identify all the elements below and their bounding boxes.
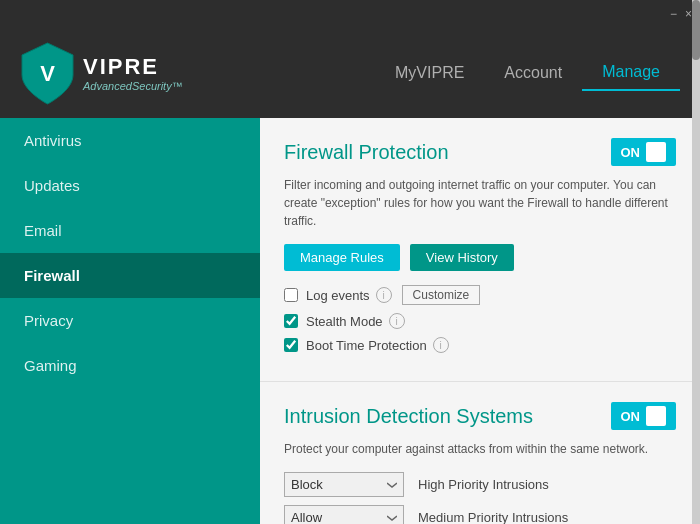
medium-priority-label: Medium Priority Intrusions: [418, 510, 568, 524]
firewall-btn-row: Manage Rules View History: [284, 244, 676, 271]
stealth-mode-info-icon[interactable]: i: [389, 313, 405, 329]
stealth-mode-row: Stealth Mode i: [284, 313, 676, 329]
boot-time-info-icon[interactable]: i: [433, 337, 449, 353]
boot-time-protection-row: Boot Time Protection i: [284, 337, 676, 353]
minimize-button[interactable]: −: [670, 7, 677, 21]
content-area: Firewall Protection ON Filter incoming a…: [260, 118, 700, 524]
firewall-toggle-slider: [646, 142, 666, 162]
header: V VIPRE AdvancedSecurity™ MyVIPRE Accoun…: [0, 28, 700, 118]
intrusion-row-high: Block Allow Ignore High Priority Intrusi…: [284, 472, 676, 497]
main-container: Antivirus Updates Email Firewall Privacy…: [0, 118, 700, 524]
scrollbar[interactable]: [692, 0, 700, 524]
log-events-label: Log events: [306, 288, 370, 303]
firewall-toggle[interactable]: ON: [611, 138, 677, 166]
sidebar: Antivirus Updates Email Firewall Privacy…: [0, 118, 260, 524]
high-priority-label: High Priority Intrusions: [418, 477, 549, 492]
nav-manage[interactable]: Manage: [582, 55, 680, 91]
high-priority-select[interactable]: Block Allow Ignore: [284, 472, 404, 497]
boot-time-checkbox[interactable]: [284, 338, 298, 352]
sidebar-item-updates[interactable]: Updates: [0, 163, 260, 208]
main-nav: MyVIPRE Account Manage: [375, 55, 680, 91]
firewall-section: Firewall Protection ON Filter incoming a…: [260, 118, 700, 382]
logo-area: V VIPRE AdvancedSecurity™: [20, 41, 280, 106]
scrollbar-thumb[interactable]: [692, 0, 700, 60]
title-bar: − ×: [0, 0, 700, 28]
intrusion-row-medium: Block Allow Ignore Medium Priority Intru…: [284, 505, 676, 524]
sidebar-item-email[interactable]: Email: [0, 208, 260, 253]
log-events-checkbox[interactable]: [284, 288, 298, 302]
intrusion-description: Protect your computer against attacks fr…: [284, 440, 676, 458]
boot-time-label: Boot Time Protection: [306, 338, 427, 353]
sidebar-item-antivirus[interactable]: Antivirus: [0, 118, 260, 163]
view-history-button[interactable]: View History: [410, 244, 514, 271]
logo-subtext: AdvancedSecurity™: [83, 80, 183, 92]
firewall-toggle-label: ON: [621, 145, 641, 160]
medium-priority-select[interactable]: Block Allow Ignore: [284, 505, 404, 524]
nav-account[interactable]: Account: [484, 56, 582, 90]
log-events-row: Log events i Customize: [284, 285, 676, 305]
log-events-info-icon[interactable]: i: [376, 287, 392, 303]
sidebar-item-gaming[interactable]: Gaming: [0, 343, 260, 388]
intrusion-toggle-label: ON: [621, 409, 641, 424]
intrusion-toggle[interactable]: ON: [611, 402, 677, 430]
stealth-mode-label: Stealth Mode: [306, 314, 383, 329]
customize-button[interactable]: Customize: [402, 285, 481, 305]
sidebar-item-privacy[interactable]: Privacy: [0, 298, 260, 343]
intrusion-header: Intrusion Detection Systems ON: [284, 402, 676, 430]
sidebar-item-firewall[interactable]: Firewall: [0, 253, 260, 298]
firewall-title: Firewall Protection: [284, 141, 449, 164]
firewall-description: Filter incoming and outgoing internet tr…: [284, 176, 676, 230]
intrusion-title: Intrusion Detection Systems: [284, 405, 533, 428]
manage-rules-button[interactable]: Manage Rules: [284, 244, 400, 271]
svg-text:V: V: [40, 61, 55, 86]
logo-text-area: VIPRE AdvancedSecurity™: [83, 54, 183, 92]
intrusion-toggle-slider: [646, 406, 666, 426]
logo-icon: V: [20, 41, 75, 106]
logo-brand: VIPRE: [83, 54, 183, 80]
nav-myvipre[interactable]: MyVIPRE: [375, 56, 484, 90]
close-button[interactable]: ×: [685, 7, 692, 21]
stealth-mode-checkbox[interactable]: [284, 314, 298, 328]
firewall-header: Firewall Protection ON: [284, 138, 676, 166]
intrusion-section: Intrusion Detection Systems ON Protect y…: [260, 382, 700, 524]
